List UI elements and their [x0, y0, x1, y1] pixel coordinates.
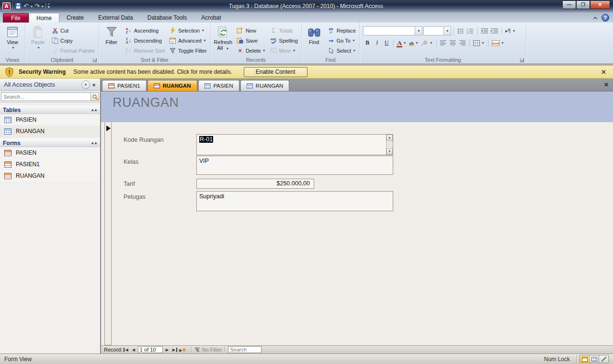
design-view-button[interactable]	[599, 355, 609, 363]
more-button[interactable]: More ▼	[268, 46, 300, 56]
bullets-button[interactable]	[456, 26, 465, 35]
chevron-up-icon[interactable]: ▲▲	[91, 108, 97, 112]
replace-button[interactable]: ab⇄ Replace	[325, 25, 358, 35]
increase-indent-button[interactable]	[490, 26, 499, 35]
close-button[interactable]: ✕	[590, 0, 610, 9]
new-record-button[interactable]: * New	[234, 25, 268, 35]
next-record-button[interactable]: ▶	[164, 348, 170, 352]
doc-tab-pasien1[interactable]: PASIEN1	[102, 80, 147, 91]
highlight-button[interactable]: ab▼	[409, 38, 420, 47]
chevron-down-icon[interactable]: ▾	[31, 4, 33, 9]
restore-button[interactable]: ❐	[576, 0, 590, 9]
tables-section-header[interactable]: Tables ▲▲	[0, 106, 100, 114]
goto-button[interactable]: ➞ Go To ▼	[325, 35, 358, 46]
sidebar-item-table-pasien[interactable]: PASIEN	[0, 114, 100, 125]
petugas-field[interactable]: Supriyadi	[196, 191, 393, 211]
toggle-filter-button[interactable]: Toggle Filter	[167, 46, 209, 56]
search-button[interactable]	[91, 92, 99, 101]
first-record-button[interactable]: ◀	[124, 348, 130, 352]
redo-button[interactable]: ↷	[34, 3, 40, 10]
alternate-row-color-button[interactable]: ▼	[491, 38, 505, 47]
paste-button[interactable]: Paste ▼	[27, 24, 49, 56]
selection-button[interactable]: Selection ▼	[167, 25, 209, 35]
kelas-field[interactable]: VIP	[196, 156, 393, 175]
descending-button[interactable]: ZA↓ Descending	[123, 35, 167, 46]
shutter-bar-close-button[interactable]: «	[90, 81, 98, 88]
find-button[interactable]: Find	[303, 24, 325, 56]
align-center-button[interactable]	[449, 38, 457, 47]
cut-button[interactable]: Cut	[49, 25, 97, 35]
chevron-down-icon[interactable]: ▾	[42, 4, 44, 9]
numbering-button[interactable]: 123	[466, 26, 475, 35]
fill-color-button[interactable]: ▼	[420, 38, 434, 47]
close-icon[interactable]: ✕	[601, 68, 606, 76]
select-button[interactable]: Select ▼	[325, 46, 358, 56]
decrease-indent-button[interactable]	[480, 26, 489, 35]
bold-button[interactable]: B	[363, 38, 372, 47]
record-search-input[interactable]	[228, 346, 261, 353]
doc-tab-ruangan-table[interactable]: RUANGAN	[240, 80, 290, 91]
dialog-launcher-icon[interactable]	[93, 58, 97, 62]
font-size-combo[interactable]: ▼	[423, 26, 451, 35]
minimize-button[interactable]: —	[562, 0, 576, 9]
spelling-button[interactable]: ABC Spelling	[268, 35, 300, 46]
last-record-button[interactable]: ▶	[170, 348, 177, 352]
refresh-all-button[interactable]: Refresh All ▼	[212, 24, 234, 56]
datasheet-view-button[interactable]	[589, 355, 599, 363]
underline-button[interactable]: U	[382, 38, 391, 47]
save-button[interactable]	[15, 2, 22, 11]
chevron-down-icon[interactable]: ▼	[443, 27, 451, 35]
tab-acrobat[interactable]: Acrobat	[194, 13, 228, 23]
access-logo-icon[interactable]: A	[2, 2, 11, 10]
chevron-down-icon[interactable]: ▼	[415, 27, 422, 35]
object-type-menu-button[interactable]: ▼	[81, 80, 90, 89]
record-selector-bar[interactable]	[104, 122, 112, 345]
no-filter-button[interactable]: No Filter	[194, 347, 222, 353]
undo-button[interactable]: ↶	[23, 3, 29, 10]
sidebar-item-table-ruangan[interactable]: RUANGAN	[0, 125, 100, 137]
record-position-box[interactable]: 1 of 10	[138, 346, 163, 353]
doc-tab-pasien-table[interactable]: PASIEN	[198, 80, 239, 91]
tarif-field[interactable]: $250.000,00	[196, 179, 314, 189]
format-painter-button[interactable]: Format Painter	[49, 46, 97, 56]
kode-ruangan-combo[interactable]: R-01 ▲ ▼	[196, 134, 393, 155]
sidebar-item-form-ruangan[interactable]: RUANGAN	[0, 170, 100, 182]
delete-record-button[interactable]: × Delete ▼	[234, 46, 268, 56]
copy-button[interactable]: Copy	[49, 35, 97, 46]
totals-button[interactable]: Σ Totals	[268, 25, 300, 35]
tab-external-data[interactable]: External Data	[91, 13, 140, 23]
advanced-button[interactable]: Advanced ▼	[167, 35, 209, 46]
font-name-combo[interactable]: ▼	[363, 26, 422, 35]
tab-file[interactable]: File	[3, 13, 29, 23]
text-direction-button[interactable]: ▸¶▼	[504, 26, 516, 35]
align-right-button[interactable]	[458, 38, 467, 47]
view-button[interactable]: View ▼	[1, 24, 23, 56]
tab-create[interactable]: Create	[59, 13, 91, 23]
tab-database-tools[interactable]: Database Tools	[140, 13, 194, 23]
filter-button[interactable]: Filter	[101, 24, 123, 56]
previous-record-button[interactable]: ◀	[130, 348, 137, 352]
gridlines-button[interactable]: ▼	[472, 38, 486, 47]
chevron-up-icon[interactable]: ▲▲	[91, 141, 97, 145]
search-input[interactable]	[1, 92, 91, 101]
align-left-button[interactable]	[439, 38, 448, 47]
font-color-button[interactable]: A▼	[396, 38, 407, 47]
help-button[interactable]: ?	[602, 14, 609, 22]
doc-tab-ruangan-form[interactable]: RUANGAN	[148, 80, 197, 91]
scroll-up-button[interactable]: ▲	[386, 135, 393, 141]
sidebar-item-form-pasien1[interactable]: PASIEN1	[0, 159, 100, 170]
tab-home[interactable]: Home	[29, 13, 59, 23]
scroll-down-button[interactable]: ▼	[386, 148, 393, 155]
new-blank-record-button[interactable]: ▶✳	[177, 347, 188, 353]
close-document-icon[interactable]: ✕	[604, 81, 609, 88]
enable-content-button[interactable]: Enable Content	[244, 67, 307, 77]
remove-sort-button[interactable]: AZ Remove Sort	[123, 46, 167, 56]
dialog-launcher-icon[interactable]	[520, 58, 524, 62]
forms-section-header[interactable]: Forms ▲▲	[0, 139, 100, 147]
sidebar-item-form-pasien[interactable]: PASIEN	[0, 147, 100, 159]
minimize-ribbon-button[interactable]	[593, 14, 598, 21]
save-record-button[interactable]: Save	[234, 35, 268, 46]
italic-button[interactable]: I	[373, 38, 381, 47]
ascending-button[interactable]: AZ↓ Ascending	[123, 25, 167, 35]
form-view-button[interactable]	[579, 355, 590, 363]
